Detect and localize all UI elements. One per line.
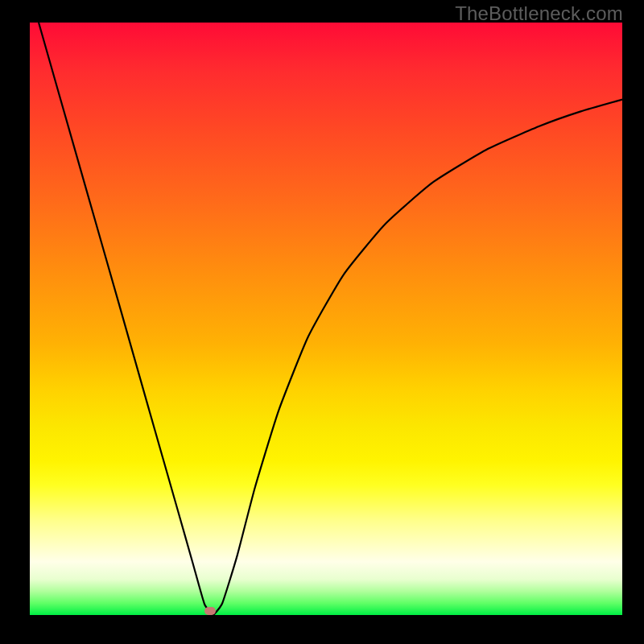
plot-area bbox=[30, 23, 622, 615]
bottleneck-curve bbox=[30, 23, 622, 615]
chart-frame: TheBottleneck.com bbox=[0, 0, 644, 644]
minimum-marker bbox=[204, 607, 216, 615]
watermark-text: TheBottleneck.com bbox=[455, 2, 623, 25]
